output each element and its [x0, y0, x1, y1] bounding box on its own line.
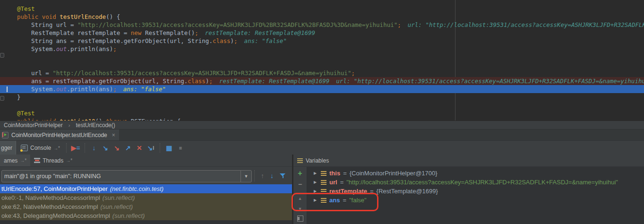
stack-frames-list[interactable]: tUrlEncode:57, CoinMonitorPrintHelper(ne… — [0, 184, 292, 224]
frame-location: oke0:-1, NativeMethodAccessorImpl — [1, 194, 100, 201]
code-token: class — [213, 37, 231, 44]
tab-debug-session[interactable]: CoinMonitorPrintHelper.testUrlEncode × — [0, 129, 119, 141]
execution-gutter-tick — [7, 86, 8, 92]
evaluate-expression-icon[interactable]: ▦ — [163, 142, 175, 154]
breadcrumb: CoinMonitorPrintHelper › testUrlEncode() — [0, 121, 644, 129]
code-token: System. — [31, 45, 56, 52]
move-watch-up-icon[interactable]: ▲ — [293, 196, 307, 201]
stack-frame-row[interactable]: oke0:-1, NativeMethodAccessorImpl(sun.re… — [0, 193, 292, 202]
chevron-down-icon[interactable]: ▼ — [240, 171, 251, 182]
code-token: RestTemplate() — [141, 29, 195, 36]
code-editor[interactable]: @Testpublic void testUrlEncode() {String… — [0, 0, 644, 121]
code-token: RSTException { — [127, 118, 180, 121]
frame-package: (sun.reflect) — [103, 194, 135, 201]
tab-frames[interactable]: ames →* — [0, 155, 30, 166]
code-token: RestTemplate restTemplate = — [31, 29, 131, 36]
code-token: @Test — [17, 5, 35, 12]
frames-panel-tabs: ames →* Threads →* — [0, 155, 292, 167]
remove-watch-icon[interactable]: − — [293, 181, 307, 188]
debug-tool-window-tab-bar: CoinMonitorPrintHelper.testUrlEncode × — [0, 129, 644, 141]
code-token: class — [188, 78, 206, 85]
code-line[interactable]: url = "http://localhost:39531/access?acc… — [0, 69, 644, 77]
step-out-icon[interactable]: ↗ — [122, 142, 134, 154]
code-line[interactable]: System.out.println(ans); — [0, 45, 644, 53]
variable-row[interactable]: ▶url="http://localhost:39531/access?acce… — [307, 178, 644, 187]
expand-arrow-icon[interactable]: ▶ — [314, 180, 318, 184]
code-token: ; — [234, 37, 238, 44]
code-line[interactable]: @Test — [0, 109, 644, 117]
drop-frame-icon[interactable]: ✕ — [134, 142, 145, 154]
layout-settings-icon[interactable]: ≡ — [175, 142, 186, 154]
code-line[interactable]: RestTemplate restTemplate = new RestTemp… — [0, 29, 644, 37]
variable-row[interactable]: ▶ans="false" — [307, 196, 644, 205]
code-token: out — [56, 45, 67, 52]
debug-tab-title: CoinMonitorPrintHelper.testUrlEncode — [11, 132, 107, 138]
frame-location: oke:43, DelegatingMethodAccessorImpl — [1, 212, 110, 219]
frame-up-icon[interactable]: ↑ — [261, 172, 264, 180]
code-line[interactable]: public void testList10() throws RSTExcep… — [0, 117, 644, 121]
move-watch-down-icon[interactable]: ▼ — [293, 207, 307, 211]
expand-arrow-icon[interactable]: ▶ — [314, 171, 318, 175]
frame-down-icon[interactable]: ↓ — [270, 172, 274, 180]
code-line[interactable]: @Test — [0, 5, 644, 13]
equals-sign: = — [340, 179, 344, 186]
code-token: ; — [113, 86, 117, 93]
toolbar-separator — [85, 143, 85, 153]
code-line[interactable]: String ans = restTemplate.getForObject(u… — [0, 37, 644, 45]
inline-debug-hint: restTemplate: RestTemplate@1699 — [219, 78, 329, 85]
debugger-toolbar: gger Console →* ▶≡↓↘↘↗✕↘I▦≡ — [0, 140, 644, 155]
stack-frame-row[interactable]: oke:62, NativeMethodAccessorImpl(sun.ref… — [0, 202, 292, 211]
variables-tree[interactable]: ▶this={CoinMonitorPrintHelper@1700}▶url=… — [307, 167, 644, 224]
inline-debug-hint: url: "http://localhost:39531/access?acce… — [336, 78, 644, 85]
variable-row[interactable]: ▶restTemplate={RestTemplate@1699} — [307, 187, 644, 196]
code-token: .println(ans) — [67, 86, 113, 93]
variables-side-toolbar: +−▲▼ — [293, 167, 307, 224]
threads-icon — [34, 158, 40, 163]
tab-console[interactable]: Console →* — [16, 145, 63, 151]
stack-frame-row[interactable]: oke:43, DelegatingMethodAccessorImpl(sun… — [0, 211, 292, 220]
variable-value: "false" — [349, 197, 367, 204]
code-line[interactable]: ans = restTemplate.getForObject(url, Str… — [0, 77, 644, 85]
close-icon[interactable]: × — [112, 132, 115, 138]
step-over-icon[interactable]: ↓ — [88, 142, 100, 154]
code-token: "http://localhost:39531/access?accessKey… — [77, 21, 397, 28]
variable-name: this — [329, 170, 340, 177]
expand-arrow-icon[interactable]: ▶ — [314, 198, 318, 202]
show-execution-point-icon[interactable]: ▶≡ — [70, 142, 81, 154]
thread-selector[interactable]: main"@1 in group "main": RUNNING ▼ — [1, 170, 252, 182]
run-to-cursor-icon[interactable]: ↘I — [145, 142, 156, 154]
expand-arrow-icon[interactable]: ▶ — [314, 189, 318, 193]
breadcrumb-method[interactable]: testUrlEncode() — [76, 122, 115, 129]
force-step-into-icon[interactable]: ↘ — [111, 142, 122, 154]
thread-selector-row: main"@1 in group "main": RUNNING ▼ ↑↓ — [0, 167, 292, 185]
tab-pin-icon: →* — [20, 158, 26, 163]
tab-threads[interactable]: Threads →* — [30, 155, 76, 166]
toolbar-separator — [160, 143, 160, 153]
code-token: () — [95, 118, 106, 121]
stack-frame-row[interactable]: tUrlEncode:57, CoinMonitorPrintHelper(ne… — [0, 184, 292, 193]
code-line[interactable]: } — [0, 93, 644, 101]
add-watch-icon[interactable]: + — [293, 169, 307, 178]
code-line[interactable]: public void testUrlEncode() { — [0, 13, 644, 21]
variables-panel: Variables +−▲▼ ▶this={CoinMonitorPrintHe… — [293, 155, 644, 224]
frame-location: tUrlEncode:57, CoinMonitorPrintHelper — [1, 185, 108, 192]
variables-header: Variables — [293, 155, 644, 167]
code-token: testUrlEncode — [60, 13, 106, 20]
variable-value: {CoinMonitorPrintHelper@1700} — [350, 170, 438, 177]
code-token: ans = restTemplate.getForObject(url, Str… — [31, 78, 188, 85]
restore-layout-icon[interactable] — [293, 215, 307, 222]
variable-name: url — [329, 179, 337, 186]
code-line[interactable]: System.out.println(ans);ans: "false" — [0, 85, 644, 93]
inline-debug-hint: url: "http://localhost:39531/access?acce… — [408, 21, 644, 28]
tab-debugger[interactable]: gger — [0, 141, 16, 155]
step-into-icon[interactable]: ↘ — [100, 142, 111, 154]
code-token: public void — [17, 13, 60, 20]
code-token: ; — [351, 69, 355, 77]
fold-marker-icon[interactable] — [0, 53, 4, 58]
code-line[interactable]: String url = "http://localhost:39531/acc… — [0, 21, 644, 29]
fold-marker-icon[interactable] — [0, 96, 4, 101]
variable-name: ans — [329, 197, 340, 204]
breadcrumb-class[interactable]: CoinMonitorPrintHelper — [4, 122, 63, 129]
hide-frames-filter-icon[interactable] — [280, 173, 286, 179]
variable-row[interactable]: ▶this={CoinMonitorPrintHelper@1700} — [307, 169, 644, 178]
